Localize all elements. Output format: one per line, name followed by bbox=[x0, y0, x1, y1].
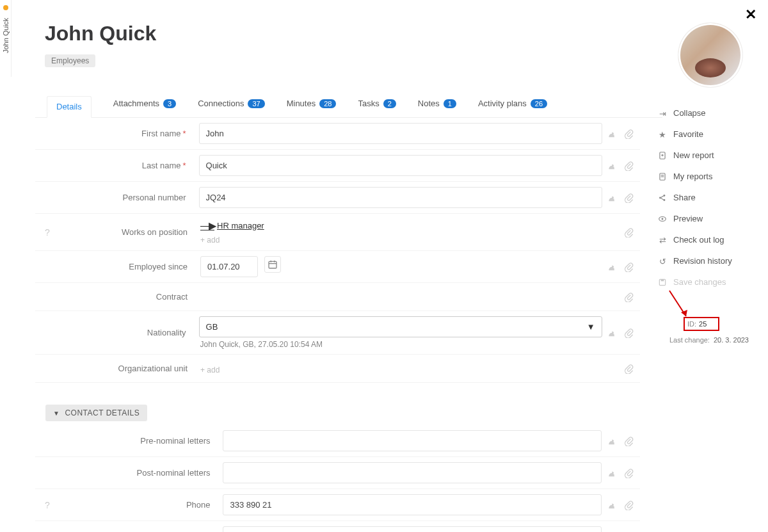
history-icon[interactable] bbox=[607, 161, 617, 171]
record-id-highlight: ID: 25 bbox=[684, 317, 719, 331]
reports-icon bbox=[658, 172, 667, 181]
nationality-value: GB bbox=[206, 322, 218, 332]
svg-rect-0 bbox=[269, 261, 276, 268]
post-nominal-input[interactable] bbox=[223, 462, 602, 483]
action-favorite[interactable]: ★Favorite bbox=[655, 124, 758, 145]
close-button[interactable]: ✕ bbox=[745, 6, 756, 23]
attachment-icon[interactable] bbox=[623, 161, 634, 171]
help-icon[interactable]: ? bbox=[35, 227, 60, 238]
field-label: Last name* bbox=[60, 161, 199, 170]
attachment-icon[interactable] bbox=[623, 262, 634, 272]
calendar-button[interactable] bbox=[264, 256, 281, 273]
row-personal-number: Personal number bbox=[35, 182, 640, 214]
tab-notes[interactable]: Notes 1 bbox=[418, 96, 456, 117]
history-icon[interactable] bbox=[607, 328, 617, 338]
history-icon[interactable] bbox=[607, 500, 617, 510]
attachment-icon[interactable] bbox=[623, 364, 634, 374]
row-post-nominal: Post-nominal letters bbox=[35, 457, 640, 489]
action-my-reports[interactable]: My reports bbox=[655, 166, 758, 187]
side-record-dot bbox=[3, 5, 8, 10]
row-nationality: Nationality GB ▼ John Quick, GB, 27.05.2… bbox=[35, 311, 640, 355]
history-icon[interactable] bbox=[607, 129, 617, 139]
employed-since-input[interactable] bbox=[200, 256, 258, 277]
action-checkout-log[interactable]: ⇄Check out log bbox=[655, 229, 758, 250]
history-icon[interactable] bbox=[607, 262, 617, 272]
tab-details[interactable]: Details bbox=[47, 96, 92, 118]
first-name-input[interactable] bbox=[199, 123, 602, 144]
checkout-icon: ⇄ bbox=[658, 236, 667, 245]
tab-count-badge: 1 bbox=[444, 99, 456, 108]
share-icon bbox=[658, 193, 667, 202]
tab-label: Tasks bbox=[358, 99, 379, 108]
attachment-icon[interactable] bbox=[623, 436, 634, 446]
help-icon[interactable]: ? bbox=[35, 500, 60, 510]
save-icon bbox=[658, 278, 667, 287]
arrow-right-icon: ―▶ bbox=[200, 220, 214, 232]
side-record-tab[interactable]: John Quick bbox=[0, 0, 12, 77]
history-icon[interactable] bbox=[607, 193, 617, 203]
details-form: First name* Last name* Personal number ?… bbox=[35, 118, 640, 532]
last-change-text: Last change: 20. 3. 2023 bbox=[669, 336, 749, 344]
pre-nominal-input[interactable] bbox=[223, 430, 602, 451]
tab-count-badge: 37 bbox=[248, 99, 264, 108]
attachment-icon[interactable] bbox=[623, 500, 634, 510]
row-works-on-position: ? Works on position ―▶HR manager + add bbox=[35, 214, 640, 251]
phone-input[interactable] bbox=[223, 494, 602, 515]
attachment-icon[interactable] bbox=[623, 227, 634, 238]
attachment-icon[interactable] bbox=[623, 193, 634, 203]
last-name-input[interactable] bbox=[199, 155, 602, 176]
tab-activity-plans[interactable]: Activity plans 26 bbox=[478, 96, 547, 117]
action-sidebar: ⇥Collapse ★Favorite New report My report… bbox=[655, 102, 758, 293]
attachment-icon[interactable] bbox=[623, 292, 634, 302]
personal-number-input[interactable] bbox=[199, 187, 602, 208]
action-share[interactable]: Share bbox=[655, 187, 758, 208]
category-chip-employees[interactable]: Employees bbox=[45, 54, 95, 67]
side-record-label: John Quick bbox=[2, 18, 10, 53]
action-preview[interactable]: Preview bbox=[655, 208, 758, 229]
field-label: Post-nominal letters bbox=[60, 468, 223, 478]
attachment-icon[interactable] bbox=[623, 129, 634, 139]
last-change-value: 20. 3. 2023 bbox=[714, 336, 749, 344]
mobile-input[interactable] bbox=[223, 526, 602, 532]
position-link[interactable]: ―▶HR manager bbox=[200, 220, 264, 232]
tab-label: Activity plans bbox=[478, 99, 527, 108]
id-label: ID: bbox=[687, 320, 696, 328]
tab-label: Minutes bbox=[287, 99, 316, 108]
collapse-icon: ⇥ bbox=[658, 109, 667, 118]
record-tabs: Details Attachments 3 Connections 37 Min… bbox=[35, 96, 662, 118]
tab-attachments[interactable]: Attachments 3 bbox=[113, 96, 176, 117]
row-employed-since: Employed since bbox=[35, 251, 640, 283]
avatar[interactable] bbox=[678, 23, 742, 87]
add-org-unit-link[interactable]: + add bbox=[200, 366, 220, 375]
attachment-icon[interactable] bbox=[623, 328, 634, 338]
history-icon[interactable] bbox=[607, 468, 617, 478]
eye-icon bbox=[658, 214, 667, 223]
action-new-report[interactable]: New report bbox=[655, 145, 758, 166]
field-label: First name* bbox=[60, 129, 199, 138]
field-label: Phone bbox=[60, 500, 223, 510]
tab-tasks[interactable]: Tasks 2 bbox=[358, 96, 396, 117]
nationality-select[interactable]: GB ▼ bbox=[199, 316, 602, 337]
tab-label: Connections bbox=[198, 99, 244, 108]
row-last-name: Last name* bbox=[35, 150, 640, 182]
action-revision-history[interactable]: ↺Revision history bbox=[655, 250, 758, 271]
action-collapse[interactable]: ⇥Collapse bbox=[655, 102, 758, 124]
field-label: Works on position bbox=[60, 227, 200, 237]
history-icon[interactable] bbox=[607, 436, 617, 446]
history-clock-icon: ↺ bbox=[658, 257, 667, 266]
svg-rect-18 bbox=[661, 279, 664, 281]
svg-line-14 bbox=[661, 198, 664, 199]
section-contact-details[interactable]: ▼ CONTACT DETAILS bbox=[45, 405, 147, 421]
field-label: Personal number bbox=[60, 193, 199, 202]
tab-connections[interactable]: Connections 37 bbox=[198, 96, 265, 117]
tab-minutes[interactable]: Minutes 28 bbox=[287, 96, 337, 117]
row-pre-nominal: Pre-nominal letters bbox=[35, 425, 640, 457]
tab-count-badge: 28 bbox=[319, 99, 336, 108]
add-position-link[interactable]: + add bbox=[200, 236, 220, 245]
attachment-icon[interactable] bbox=[623, 468, 634, 478]
collapse-triangle-icon: ▼ bbox=[53, 410, 60, 417]
row-mobile: ? Mobile bbox=[35, 521, 640, 532]
calendar-icon bbox=[268, 259, 278, 270]
row-first-name: First name* bbox=[35, 118, 640, 150]
field-label: Employed since bbox=[60, 262, 200, 271]
